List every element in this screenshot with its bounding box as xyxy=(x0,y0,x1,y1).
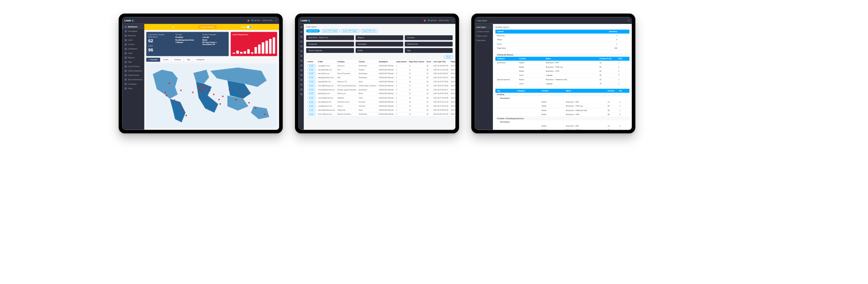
nav-icon xyxy=(125,83,127,85)
world-map[interactable] xyxy=(146,63,277,128)
sidebar-item[interactable]: Users xyxy=(122,51,144,56)
sidebar-item[interactable]: Dashboard xyxy=(122,25,144,29)
sidebar-item[interactable] xyxy=(299,34,304,39)
sidebar-item[interactable] xyxy=(299,92,304,96)
details-button[interactable]: Details xyxy=(308,68,316,71)
details-button[interactable]: Details xyxy=(308,92,316,95)
filter-field[interactable]: Campaigns xyxy=(356,42,403,46)
dash-tab[interactable]: Contacts xyxy=(172,58,183,62)
yb-all[interactable]: All xyxy=(172,26,174,28)
column-header[interactable]: Country xyxy=(358,60,378,64)
yb-center[interactable]: Level & Medals xyxy=(198,25,217,29)
filter-field[interactable]: Companies xyxy=(306,42,354,46)
sidebar-item[interactable]: About xyxy=(122,86,144,91)
nav-icon xyxy=(125,52,127,54)
details-button[interactable]: Details xyxy=(308,64,316,67)
filter-field[interactable]: E-Mail xyxy=(356,48,403,53)
sidebar-item[interactable]: Regions xyxy=(122,56,144,60)
report-nav-item[interactable]: Employees xyxy=(475,38,493,43)
nav-icon xyxy=(300,26,302,28)
sidebar-item[interactable] xyxy=(299,63,304,68)
sidebar-item[interactable]: Reporting xyxy=(122,34,144,38)
report-nav-item[interactable]: Region report xyxy=(475,34,493,38)
export-pill[interactable]: Export PDF Singles xyxy=(321,29,340,32)
details-button[interactable]: Details xyxy=(308,81,316,83)
export-pill[interactable]: Export Excel xyxy=(306,29,320,32)
yb-toggle[interactable]: Public xyxy=(241,26,251,28)
column-header[interactable]: E-Mail xyxy=(317,60,336,64)
details-button[interactable]: Details xyxy=(308,88,316,91)
sidebar-item[interactable]: Level & Points xyxy=(122,64,144,69)
filter-field[interactable]: Global categories xyxy=(306,48,354,53)
column-header[interactable]: Page Views Amount xyxy=(408,60,426,64)
filter-field[interactable]: 2020-09-01 - 2021-07-11 xyxy=(306,35,354,40)
column-header[interactable]: Login amount xyxy=(395,60,408,64)
power-icon[interactable] xyxy=(451,20,453,22)
sidebar-item[interactable]: Creators xyxy=(122,42,144,47)
nav-icon xyxy=(125,79,127,81)
brand[interactable]: Leadz xyxy=(301,19,310,22)
column-header[interactable]: Company xyxy=(336,60,357,64)
sidebar-item[interactable] xyxy=(299,44,304,49)
dash-tab[interactable]: Categories xyxy=(194,58,207,62)
details-button[interactable]: Details xyxy=(308,96,316,99)
export-pill[interactable]: Export PDF Region xyxy=(341,29,360,32)
sidebar-item[interactable] xyxy=(299,49,304,53)
filter-field[interactable]: Countries xyxy=(405,35,453,40)
sidebar-item[interactable] xyxy=(299,68,304,72)
power-icon[interactable] xyxy=(275,20,277,22)
column-header[interactable]: Last Login Time xyxy=(432,60,450,64)
report-nav-item[interactable]: Company report xyxy=(475,29,493,34)
power-icon[interactable] xyxy=(628,20,630,22)
details-button[interactable]: Details xyxy=(308,101,316,104)
lang-selector[interactable]: 🌐 german xyxy=(251,20,260,22)
sidebar-item[interactable] xyxy=(299,29,304,34)
filter-field[interactable]: Regions xyxy=(356,35,403,40)
sidebar-item[interactable] xyxy=(299,53,304,58)
details-button[interactable]: Details xyxy=(308,84,316,87)
dash-tab[interactable]: « Overview xyxy=(146,58,160,62)
dash-tab[interactable]: Forms xyxy=(161,58,171,62)
sidebar-item[interactable]: Languages xyxy=(122,82,144,86)
details-button[interactable]: Details xyxy=(308,77,316,79)
sidebar-item[interactable]: Score Permissions xyxy=(122,78,144,82)
details-button[interactable]: Details xyxy=(308,113,316,115)
reset-button[interactable]: Reset xyxy=(444,56,453,59)
details-button[interactable]: Details xyxy=(308,72,316,75)
leads-table: ActionsE-MailCompanyCountryKampagnenLogi… xyxy=(304,60,455,130)
details-button[interactable]: Details xyxy=(308,105,316,108)
lang-selector[interactable]: 🌐 german xyxy=(428,20,436,22)
screen: Leadz 🌐 german admin admin. DashboardKam… xyxy=(122,17,279,130)
sidebar-item[interactable]: Global categories xyxy=(122,69,144,73)
column-header[interactable]: Kampagnen xyxy=(378,60,395,64)
sidebar-item[interactable] xyxy=(299,73,304,78)
sidebar-item[interactable] xyxy=(299,82,304,87)
filter-field[interactable]: Global Scores xyxy=(405,42,453,46)
sidebar-item[interactable] xyxy=(299,78,304,82)
sidebar-item[interactable] xyxy=(299,25,304,29)
column-header[interactable]: Actions xyxy=(306,60,317,64)
user-name[interactable]: admin admin. xyxy=(439,20,450,22)
notification-icon[interactable] xyxy=(424,20,426,21)
notification-icon[interactable] xyxy=(248,20,249,21)
export-pill[interactable]: Export PDF Own xyxy=(361,29,377,32)
brand[interactable]: Leadz xyxy=(124,19,134,22)
report-nav-item[interactable]: Lead report xyxy=(475,25,493,29)
column-header[interactable]: Score xyxy=(426,60,432,64)
user-name[interactable]: admin admin. xyxy=(262,20,273,22)
tag-caption: Produkte » Rundbiegemaschinen xyxy=(495,116,629,120)
summary-row: Forms1 xyxy=(495,42,629,46)
sidebar-item[interactable] xyxy=(299,87,304,92)
filter-field[interactable]: Tags xyxy=(405,48,453,53)
sidebar-item[interactable]: Leads xyxy=(122,38,144,42)
column-header[interactable]: Registrations xyxy=(450,60,455,64)
sidebar-item[interactable] xyxy=(299,39,304,44)
sidebar-item[interactable] xyxy=(299,58,304,63)
chart-bar xyxy=(258,45,260,54)
details-button[interactable]: Details xyxy=(308,109,316,111)
dash-tab[interactable]: Tags xyxy=(184,58,193,62)
sidebar-item[interactable]: Tags xyxy=(122,60,144,64)
sidebar-item[interactable]: Kampagnen xyxy=(122,29,144,34)
sidebar-item[interactable]: E-Mailplans xyxy=(122,47,144,51)
sidebar-item[interactable]: Global Scores xyxy=(122,73,144,78)
